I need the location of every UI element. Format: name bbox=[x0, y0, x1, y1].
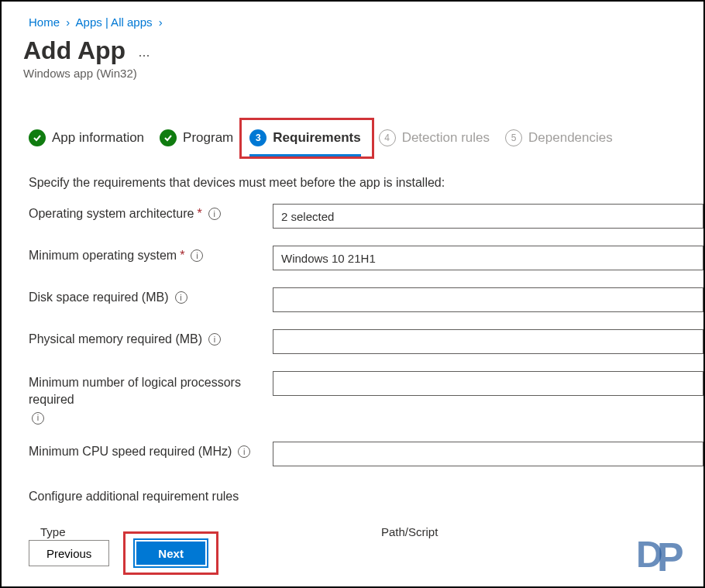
highlight-box: Next bbox=[123, 531, 218, 575]
tab-program[interactable]: Program bbox=[160, 129, 233, 156]
input-os-arch[interactable] bbox=[273, 204, 703, 229]
info-icon[interactable]: i bbox=[238, 445, 250, 458]
label-os-arch: Operating system architecture * i bbox=[29, 204, 273, 221]
page-subtitle: Windows app (Win32) bbox=[23, 67, 676, 80]
required-indicator: * bbox=[197, 207, 201, 221]
form-row-processors: Minimum number of logical processors req… bbox=[29, 371, 703, 425]
input-disk[interactable] bbox=[273, 287, 703, 312]
step-number-icon: 5 bbox=[505, 129, 522, 146]
info-icon[interactable]: i bbox=[175, 291, 187, 304]
breadcrumb-home[interactable]: Home bbox=[29, 15, 60, 29]
highlight-box: 3 Requirements bbox=[239, 118, 373, 159]
breadcrumb-apps[interactable]: Apps | All apps bbox=[76, 15, 153, 29]
info-icon[interactable]: i bbox=[32, 412, 44, 425]
svg-text:P: P bbox=[657, 535, 684, 579]
label-cpu: Minimum CPU speed required (MHz) i bbox=[29, 442, 273, 459]
label-min-os: Minimum operating system * i bbox=[29, 246, 273, 263]
form-area: Operating system architecture * i Minimu… bbox=[2, 204, 703, 466]
input-cpu[interactable] bbox=[273, 442, 703, 466]
info-icon[interactable]: i bbox=[208, 208, 221, 220]
page-title: Add App bbox=[23, 36, 126, 65]
tab-label: Requirements bbox=[273, 130, 360, 146]
required-indicator: * bbox=[180, 249, 184, 263]
check-icon bbox=[29, 129, 46, 146]
footer-actions: Previous Next bbox=[29, 531, 218, 575]
description-text: Specify the requirements that devices mu… bbox=[2, 167, 703, 204]
tab-dependencies[interactable]: 5 Dependencies bbox=[505, 129, 613, 156]
input-memory[interactable] bbox=[273, 329, 703, 354]
form-row-os-arch: Operating system architecture * i bbox=[29, 204, 703, 229]
chevron-right-icon: › bbox=[66, 15, 70, 29]
label-memory: Physical memory required (MB) i bbox=[29, 329, 273, 346]
form-row-min-os: Minimum operating system * i bbox=[29, 246, 703, 270]
input-min-os[interactable] bbox=[273, 246, 703, 270]
section-label: Configure additional requirement rules bbox=[2, 483, 703, 518]
info-icon[interactable]: i bbox=[191, 249, 203, 262]
breadcrumb: Home › Apps | All apps › bbox=[2, 2, 703, 36]
info-icon[interactable]: i bbox=[208, 333, 221, 346]
previous-button[interactable]: Previous bbox=[29, 540, 109, 566]
more-actions-icon[interactable]: ··· bbox=[139, 47, 150, 63]
tab-label: App information bbox=[52, 130, 144, 146]
form-row-cpu: Minimum CPU speed required (MHz) i bbox=[29, 442, 703, 466]
tab-label: Program bbox=[183, 130, 233, 146]
page-header: Add App ··· Windows app (Win32) bbox=[2, 36, 703, 86]
check-icon bbox=[160, 129, 177, 146]
step-number-icon: 4 bbox=[379, 129, 396, 146]
form-row-disk: Disk space required (MB) i bbox=[29, 287, 703, 312]
watermark-logo: D P bbox=[632, 532, 694, 579]
input-processors[interactable] bbox=[273, 371, 703, 396]
tab-label: Detection rules bbox=[402, 130, 490, 146]
label-disk: Disk space required (MB) i bbox=[29, 287, 273, 304]
tab-label: Dependencies bbox=[528, 130, 613, 146]
next-button[interactable]: Next bbox=[135, 540, 207, 566]
form-row-memory: Physical memory required (MB) i bbox=[29, 329, 703, 354]
tab-requirements[interactable]: 3 Requirements bbox=[249, 129, 360, 156]
step-number-icon: 3 bbox=[249, 129, 267, 146]
wizard-tabs: App information Program 3 Requirements 4… bbox=[2, 86, 703, 167]
tab-detection-rules[interactable]: 4 Detection rules bbox=[379, 129, 490, 156]
tab-app-information[interactable]: App information bbox=[29, 129, 144, 156]
label-processors: Minimum number of logical processors req… bbox=[29, 371, 273, 425]
chevron-right-icon: › bbox=[159, 15, 163, 29]
